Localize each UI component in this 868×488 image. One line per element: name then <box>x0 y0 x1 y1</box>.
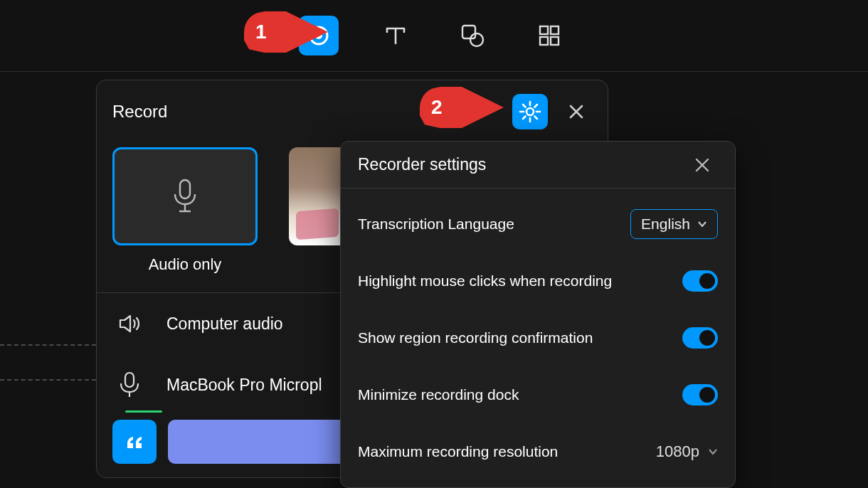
gear-icon <box>519 100 541 123</box>
annotation-callout-1-label: 1 <box>255 21 267 43</box>
max-resolution-select[interactable]: 1080p <box>656 442 718 461</box>
toolbar-text-button[interactable] <box>376 16 416 55</box>
top-toolbar <box>0 0 868 71</box>
setting-minimize-dock: Minimize recording dock <box>358 366 718 423</box>
settings-title: Recorder settings <box>358 155 687 174</box>
max-resolution-value: 1080p <box>656 442 699 461</box>
chevron-down-icon <box>697 219 707 229</box>
svg-rect-7 <box>551 37 559 45</box>
close-icon <box>694 157 710 173</box>
recorder-settings-panel: Recorder settings Transcription Language… <box>340 141 736 488</box>
speaker-icon <box>117 312 142 336</box>
svg-rect-17 <box>180 180 190 198</box>
transcription-language-value: English <box>641 216 690 233</box>
record-panel-header: Record <box>112 96 592 127</box>
svg-point-3 <box>470 33 483 46</box>
microphone-icon <box>119 371 140 398</box>
svg-line-15 <box>535 105 538 107</box>
microphone-icon <box>171 179 199 214</box>
highlight-clicks-label: Highlight mouse clicks when recording <box>358 272 682 290</box>
settings-body: Transcription Language English Highlight… <box>341 189 735 487</box>
computer-audio-label: Computer audio <box>166 314 283 334</box>
record-panel-title: Record <box>112 102 167 122</box>
quote-icon <box>124 431 145 452</box>
svg-rect-5 <box>551 26 559 34</box>
svg-line-14 <box>535 117 538 120</box>
setting-highlight-clicks: Highlight mouse clicks when recording <box>358 253 718 309</box>
svg-point-8 <box>526 108 534 115</box>
minimize-dock-toggle[interactable] <box>682 384 718 405</box>
highlight-clicks-toggle[interactable] <box>682 270 718 292</box>
record-panel-close-button[interactable] <box>561 96 592 127</box>
minimize-dock-label: Minimize recording dock <box>358 386 682 403</box>
grid-icon <box>538 24 561 47</box>
close-icon <box>568 103 585 120</box>
settings-header: Recorder settings <box>341 142 735 189</box>
svg-rect-6 <box>540 37 548 45</box>
svg-rect-20 <box>125 373 134 387</box>
timeline-track-guide <box>0 379 96 381</box>
record-mode-audio-thumb <box>112 147 258 245</box>
setting-region-confirmation: Show region recording confirmation <box>358 309 718 366</box>
settings-close-button[interactable] <box>687 149 718 181</box>
recorder-settings-button[interactable] <box>512 94 548 129</box>
region-confirmation-toggle[interactable] <box>682 327 718 349</box>
chevron-down-icon <box>708 447 718 457</box>
svg-rect-4 <box>540 26 548 34</box>
record-mode-audio-only[interactable]: Audio only <box>112 147 258 274</box>
record-mode-audio-label: Audio only <box>149 255 222 274</box>
svg-rect-2 <box>462 26 475 38</box>
shapes-icon <box>459 22 486 49</box>
setting-max-resolution: Maximum recording resolution 1080p <box>358 423 718 480</box>
region-confirmation-label: Show region recording confirmation <box>358 329 682 346</box>
transcription-toggle-button[interactable] <box>112 420 157 464</box>
toolbar-divider <box>0 71 868 72</box>
microphone-active-indicator <box>125 410 162 413</box>
toolbar-shapes-button[interactable] <box>452 16 492 55</box>
setting-transcription-language: Transcription Language English <box>358 196 718 253</box>
transcription-language-select[interactable]: English <box>630 209 718 239</box>
svg-line-16 <box>523 117 526 120</box>
text-icon <box>383 23 408 48</box>
microphone-label: MacBook Pro Micropl <box>166 376 322 395</box>
toolbar-apps-button[interactable] <box>529 16 569 55</box>
timeline-track-guide <box>0 344 96 346</box>
svg-line-13 <box>523 105 526 107</box>
transcription-language-label: Transcription Language <box>358 216 630 233</box>
annotation-callout-2-label: 2 <box>431 96 443 119</box>
max-resolution-label: Maximum recording resolution <box>358 443 656 460</box>
